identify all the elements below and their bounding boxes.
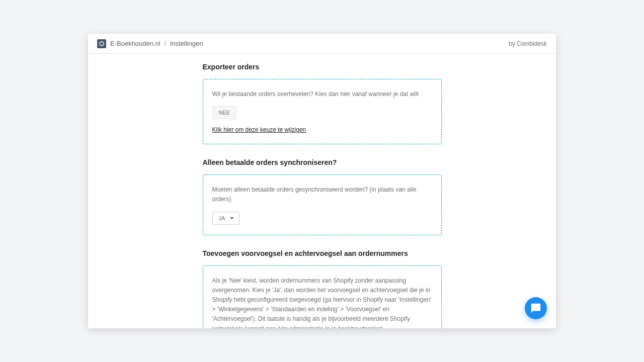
- chevron-down-icon: [230, 217, 234, 219]
- dropdown-paid-only[interactable]: JA: [212, 212, 240, 225]
- card-prefix-suffix: Als je 'Nee' kiest, worden ordernummers …: [203, 265, 442, 328]
- breadcrumb: E-Boekhouden.nl / Instellingen: [97, 39, 203, 48]
- card-export-orders: Wil je bestaande orders overhevelen? Kie…: [203, 79, 442, 144]
- section-title-paid-only: Alleen betaalde orders synchroniseren?: [203, 158, 442, 166]
- dropdown-value-paid-only: JA: [219, 215, 225, 221]
- description-paid-only: Moeten alleen betaalde orders gesynchron…: [212, 185, 432, 204]
- chat-button[interactable]: [525, 297, 547, 319]
- breadcrumb-text: E-Boekhouden.nl / Instellingen: [110, 40, 203, 47]
- page-title: Instellingen: [170, 40, 203, 47]
- app-window: E-Boekhouden.nl / Instellingen by Combid…: [88, 34, 556, 328]
- description-export-orders: Wil je bestaande orders overhevelen? Kie…: [212, 89, 432, 99]
- app-name: E-Boekhouden.nl: [110, 40, 160, 47]
- header-bar: E-Boekhouden.nl / Instellingen by Combid…: [88, 34, 556, 54]
- app-icon: [97, 39, 106, 48]
- section-paid-only: Alleen betaalde orders synchroniseren? M…: [203, 158, 442, 235]
- value-export-orders: NEE: [212, 106, 237, 119]
- section-prefix-suffix: Toevoegen voorvoegsel en achtervoegsel a…: [203, 249, 442, 328]
- breadcrumb-separator: /: [164, 40, 166, 47]
- section-export-orders: Exporteer orders Wil je bestaande orders…: [203, 63, 442, 144]
- content-scroll[interactable]: Exporteer orders Wil je bestaande orders…: [88, 54, 556, 328]
- vendor-label: by Combidesk: [509, 40, 547, 47]
- change-link-export-orders[interactable]: Klik hier om deze keuze te wijzigen: [212, 126, 306, 133]
- card-paid-only: Moeten alleen betaalde orders gesynchron…: [203, 174, 442, 235]
- section-title-export-orders: Exporteer orders: [203, 63, 442, 71]
- section-title-prefix-suffix: Toevoegen voorvoegsel en achtervoegsel a…: [203, 249, 442, 257]
- description-prefix-suffix: Als je 'Nee' kiest, worden ordernummers …: [212, 276, 432, 328]
- chat-icon: [530, 303, 541, 314]
